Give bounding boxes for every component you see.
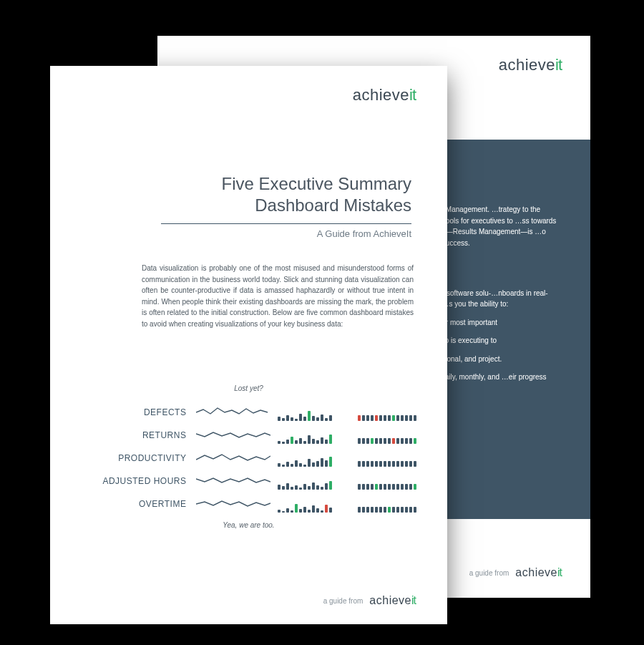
bars-a-icon: [278, 495, 349, 513]
footer-back: a guide from achieveit: [469, 566, 562, 579]
metric-row: OVERTIME: [93, 493, 429, 515]
sparkline-grid: DEFECTSRETURNSPRODUCTIVITYADJUSTED HOURS…: [93, 401, 429, 515]
page-front: achieveit Five Executive Summary Dashboa…: [50, 66, 447, 624]
sparkline-icon: [196, 427, 270, 444]
logo-back: achieveit: [499, 56, 562, 74]
metric-row: PRODUCTIVITY: [93, 447, 429, 470]
footer-prefix: a guide from: [469, 569, 509, 577]
bars-b-icon: [358, 472, 429, 490]
sparkline-icon: [196, 404, 270, 421]
metric-label: PRODUCTIVITY: [93, 453, 196, 463]
bars-b-icon: [358, 450, 429, 467]
metric-label: ADJUSTED HOURS: [93, 476, 196, 486]
bars-a-icon: [278, 404, 349, 421]
bars-b-icon: [358, 404, 429, 421]
bars-a-icon: [278, 450, 349, 467]
sparkline-icon: [196, 495, 270, 513]
metric-label: RETURNS: [93, 430, 196, 440]
canvas: achieveit …ing space of Results Manageme…: [0, 0, 644, 645]
metric-row: DEFECTS: [93, 401, 429, 424]
metric-row: RETURNS: [93, 424, 429, 447]
metric-label: DEFECTS: [93, 407, 196, 417]
caption-bottom: Yea, we are too.: [50, 521, 447, 529]
bars-b-icon: [358, 427, 429, 444]
title-line-1: Five Executive Summary: [161, 173, 411, 195]
title-line-2: Dashboard Mistakes: [161, 195, 411, 216]
subtitle: A Guide from AchieveIt: [161, 228, 411, 239]
logo-suffix: it: [555, 56, 562, 74]
caption-top: Lost yet?: [50, 384, 447, 392]
metric-label: OVERTIME: [93, 499, 196, 509]
logo-front: achieveit: [353, 86, 416, 105]
logo-name: achieve: [499, 56, 555, 74]
intro-paragraph: Data visualization is probably one of th…: [142, 263, 414, 329]
metric-row: ADJUSTED HOURS: [93, 470, 429, 493]
bars-a-icon: [278, 427, 349, 444]
sparkline-icon: [196, 450, 270, 467]
bars-a-icon: [278, 472, 349, 490]
bars-b-icon: [358, 495, 429, 513]
title-block: Five Executive Summary Dashboard Mistake…: [161, 173, 411, 239]
sparkline-icon: [196, 472, 270, 490]
footer-front: a guide from achieveit: [323, 594, 416, 607]
title-rule: [161, 223, 411, 224]
